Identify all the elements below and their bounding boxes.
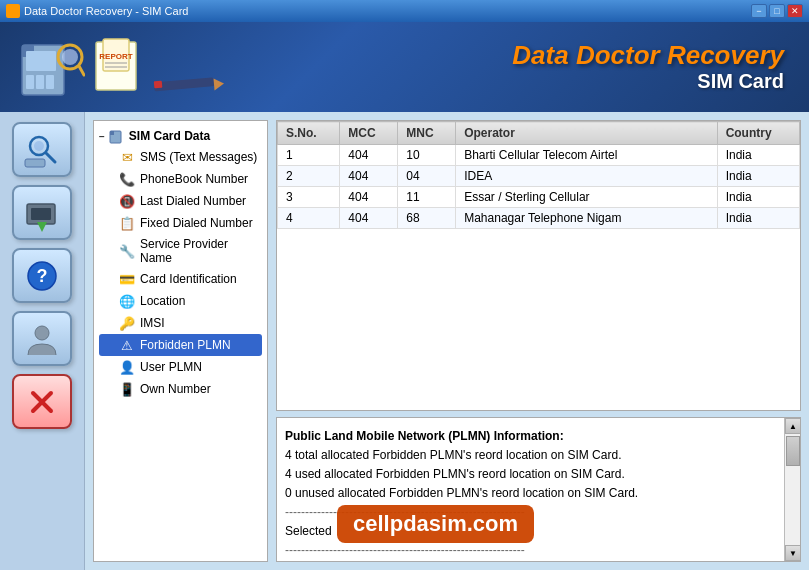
window-title: Data Doctor Recovery - SIM Card <box>24 5 188 17</box>
phonebook-icon: 📞 <box>119 171 135 187</box>
cell-mcc: 404 <box>340 187 398 208</box>
info-line-6: Mobile C <box>285 560 776 561</box>
user-plmn-icon: 👤 <box>119 359 135 375</box>
svg-rect-3 <box>26 75 34 89</box>
cell-operator: Bharti Cellular Telecom Airtel <box>456 145 717 166</box>
table-row: 140410Bharti Cellular Telecom AirtelIndi… <box>278 145 800 166</box>
sim-card-icon <box>20 37 85 97</box>
info-line-4: Selected <box>285 522 776 540</box>
cell-mnc: 04 <box>398 166 456 187</box>
fixed-dialed-label: Fixed Dialed Number <box>140 216 253 230</box>
cell-mnc: 10 <box>398 145 456 166</box>
scroll-up-button[interactable]: ▲ <box>785 418 801 434</box>
card-id-label: Card Identification <box>140 272 237 286</box>
service-provider-icon: 🔧 <box>119 243 135 259</box>
forbidden-plmn-label: Forbidden PLMN <box>140 338 231 352</box>
cell-sno: 4 <box>278 208 340 229</box>
fixed-dialed-icon: 📋 <box>119 215 135 231</box>
info-line-0: 4 total allocated Forbidden PLMN's reord… <box>285 446 776 464</box>
scroll-down-button[interactable]: ▼ <box>785 545 801 561</box>
info-title: Public Land Mobile Network (PLMN) Inform… <box>285 427 776 445</box>
info-line-3: ----------------------------------------… <box>285 503 776 521</box>
cell-mnc: 11 <box>398 187 456 208</box>
svg-line-19 <box>46 153 55 162</box>
cell-sno: 1 <box>278 145 340 166</box>
svg-point-18 <box>34 141 44 151</box>
info-text-area: Public Land Mobile Network (PLMN) Inform… <box>277 418 784 561</box>
svg-rect-2 <box>26 51 56 71</box>
tree-expand-icon[interactable]: − <box>99 131 105 142</box>
tree-item-sms[interactable]: ✉SMS (Text Messages) <box>99 146 262 168</box>
cell-mcc: 404 <box>340 145 398 166</box>
location-icon: 🌐 <box>119 293 135 309</box>
minimize-button[interactable]: − <box>751 4 767 18</box>
tree-item-location[interactable]: 🌐Location <box>99 290 262 312</box>
window-controls: − □ ✕ <box>751 4 803 18</box>
cell-country: India <box>717 166 799 187</box>
scan-button[interactable] <box>12 122 72 177</box>
scroll-track <box>785 434 800 545</box>
imsi-label: IMSI <box>140 316 165 330</box>
info-lines-container: 4 total allocated Forbidden PLMN's reord… <box>285 446 776 561</box>
help-button[interactable]: ? <box>12 248 72 303</box>
tree-item-fixed-dialed[interactable]: 📋Fixed Dialed Number <box>99 212 262 234</box>
svg-text:REPORT: REPORT <box>99 52 132 61</box>
svg-point-26 <box>35 326 49 340</box>
main-content: ? − SIM Card Data ✉SM <box>0 112 809 570</box>
app-icon <box>6 4 20 18</box>
exit-button[interactable] <box>12 374 72 429</box>
data-table: S.No.MCCMNCOperatorCountry 140410Bharti … <box>277 121 800 229</box>
tree-item-user-plmn[interactable]: 👤User PLMN <box>99 356 262 378</box>
cell-sno: 2 <box>278 166 340 187</box>
imsi-icon: 🔑 <box>119 315 135 331</box>
svg-marker-23 <box>37 222 47 232</box>
tree-item-service-provider[interactable]: 🔧Service Provider Name <box>99 234 262 268</box>
table-row: 340411Essar / Sterling CellularIndia <box>278 187 800 208</box>
tree-item-card-id[interactable]: 💳Card Identification <box>99 268 262 290</box>
own-number-label: Own Number <box>140 382 211 396</box>
col-header-country: Country <box>717 122 799 145</box>
col-header-mnc: MNC <box>398 122 456 145</box>
recover-button[interactable] <box>12 185 72 240</box>
col-header-mcc: MCC <box>340 122 398 145</box>
cell-operator: IDEA <box>456 166 717 187</box>
cell-operator: Essar / Sterling Cellular <box>456 187 717 208</box>
close-button[interactable]: ✕ <box>787 4 803 18</box>
svg-rect-30 <box>110 131 114 135</box>
cell-country: India <box>717 187 799 208</box>
header: REPORT Data Doctor Recovery SIM Card <box>0 22 809 112</box>
user-plmn-label: User PLMN <box>140 360 202 374</box>
forbidden-plmn-icon: ⚠ <box>119 337 135 353</box>
svg-rect-20 <box>25 159 45 167</box>
svg-rect-5 <box>46 75 54 89</box>
last-dialed-icon: 📵 <box>119 193 135 209</box>
sms-icon: ✉ <box>119 149 135 165</box>
own-number-icon: 📱 <box>119 381 135 397</box>
tree-item-imsi[interactable]: 🔑IMSI <box>99 312 262 334</box>
maximize-button[interactable]: □ <box>769 4 785 18</box>
table-row: 440468Mahanagar Telephone NigamIndia <box>278 208 800 229</box>
pencil-icon <box>152 72 232 97</box>
tree-root-label: SIM Card Data <box>129 129 210 143</box>
info-scrollbar[interactable]: ▲ ▼ <box>784 418 800 561</box>
user-button[interactable] <box>12 311 72 366</box>
svg-rect-14 <box>154 77 215 91</box>
cell-operator: Mahanagar Telephone Nigam <box>456 208 717 229</box>
tree-panel: − SIM Card Data ✉SMS (Text Messages)📞Pho… <box>93 120 268 562</box>
cell-mcc: 404 <box>340 208 398 229</box>
tree-item-own-number[interactable]: 📱Own Number <box>99 378 262 400</box>
svg-rect-22 <box>31 208 51 220</box>
table-body: 140410Bharti Cellular Telecom AirtelIndi… <box>278 145 800 229</box>
tree-item-forbidden-plmn[interactable]: ⚠Forbidden PLMN <box>99 334 262 356</box>
table-row: 240404IDEAIndia <box>278 166 800 187</box>
header-title-sub: SIM Card <box>512 70 784 93</box>
scroll-thumb[interactable] <box>786 436 800 466</box>
tree-items-container: ✉SMS (Text Messages)📞PhoneBook Number📵La… <box>99 146 262 400</box>
tree-item-phonebook[interactable]: 📞PhoneBook Number <box>99 168 262 190</box>
tree-item-last-dialed[interactable]: 📵Last Dialed Number <box>99 190 262 212</box>
location-label: Location <box>140 294 185 308</box>
table-area: S.No.MCCMNCOperatorCountry 140410Bharti … <box>276 120 801 411</box>
info-panel: Public Land Mobile Network (PLMN) Inform… <box>276 417 801 562</box>
cell-country: India <box>717 208 799 229</box>
card-id-icon: 💳 <box>119 271 135 287</box>
